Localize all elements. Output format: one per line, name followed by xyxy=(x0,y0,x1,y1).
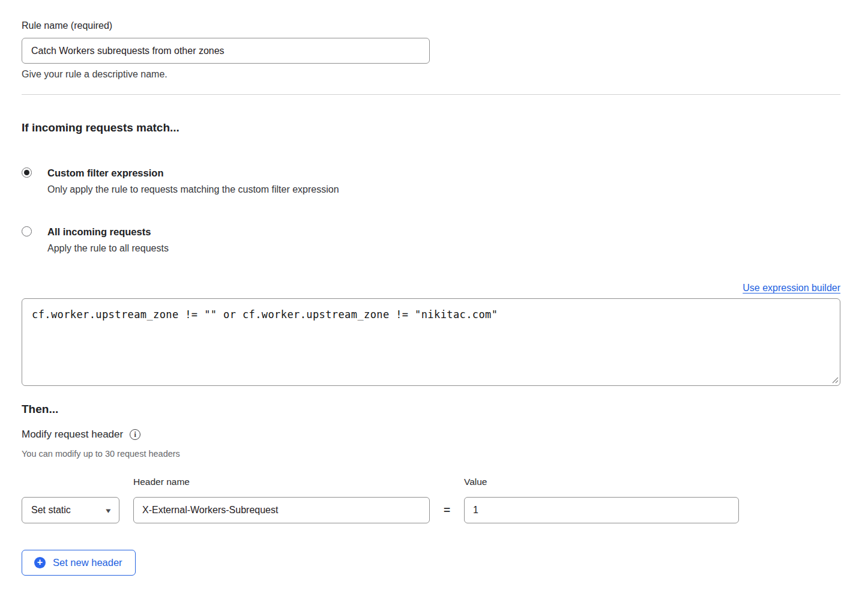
header-value-input[interactable] xyxy=(464,497,739,523)
radio-option-custom-filter[interactable]: Custom filter expression Only apply the … xyxy=(22,166,840,196)
all-requests-label: All incoming requests xyxy=(47,225,169,238)
chevron-down-icon: ▾ xyxy=(106,507,111,514)
radio-option-texts: Custom filter expression Only apply the … xyxy=(47,166,339,196)
set-new-header-button[interactable]: + Set new header xyxy=(22,550,136,576)
radio-option-all-requests[interactable]: All incoming requests Apply the rule to … xyxy=(22,225,840,255)
then-section-heading: Then... xyxy=(22,403,840,416)
match-section-heading: If incoming requests match... xyxy=(22,121,840,134)
modify-request-header-label: Modify request header xyxy=(22,428,123,441)
radio-dot xyxy=(24,229,29,234)
radio-option-texts: All incoming requests Apply the rule to … xyxy=(47,225,169,255)
resize-handle-icon[interactable] xyxy=(831,376,839,384)
rule-name-label: Rule name (required) xyxy=(22,20,840,32)
radio-button-selected-icon[interactable] xyxy=(22,167,32,178)
rule-name-input[interactable] xyxy=(22,38,430,64)
expression-builder-row: Use expression builder xyxy=(22,281,840,295)
plus-icon: + xyxy=(34,557,46,568)
filter-expression-textarea[interactable]: cf.worker.upstream_zone != "" or cf.work… xyxy=(22,298,840,386)
header-name-label: Header name xyxy=(133,476,430,488)
custom-filter-description: Only apply the rule to requests matching… xyxy=(47,183,339,196)
operation-select[interactable]: Set static ▾ xyxy=(22,497,119,523)
value-label: Value xyxy=(464,476,739,488)
info-icon[interactable]: i xyxy=(130,429,140,440)
header-row-controls: Set static ▾ = xyxy=(22,497,840,523)
expression-editor: cf.worker.upstream_zone != "" or cf.work… xyxy=(22,298,840,386)
set-new-header-label: Set new header xyxy=(53,557,122,568)
radio-button-unselected-icon[interactable] xyxy=(22,226,32,236)
radio-dot xyxy=(24,170,29,175)
modify-header-help: You can modify up to 30 request headers xyxy=(22,448,840,459)
equals-sign: = xyxy=(430,504,464,517)
rule-name-help: Give your rule a descriptive name. xyxy=(22,68,840,80)
rule-editor-form: Rule name (required) Give your rule a de… xyxy=(22,0,840,576)
rule-name-field: Rule name (required) Give your rule a de… xyxy=(22,20,840,80)
section-divider xyxy=(22,94,840,95)
all-requests-description: Apply the rule to all requests xyxy=(47,242,169,255)
operation-select-value: Set static xyxy=(31,505,71,516)
header-row-labels: Header name Value xyxy=(22,476,840,488)
header-name-input[interactable] xyxy=(133,497,430,523)
action-row: Modify request header i xyxy=(22,428,840,441)
use-expression-builder-link[interactable]: Use expression builder xyxy=(743,283,840,293)
custom-filter-label: Custom filter expression xyxy=(47,166,339,179)
